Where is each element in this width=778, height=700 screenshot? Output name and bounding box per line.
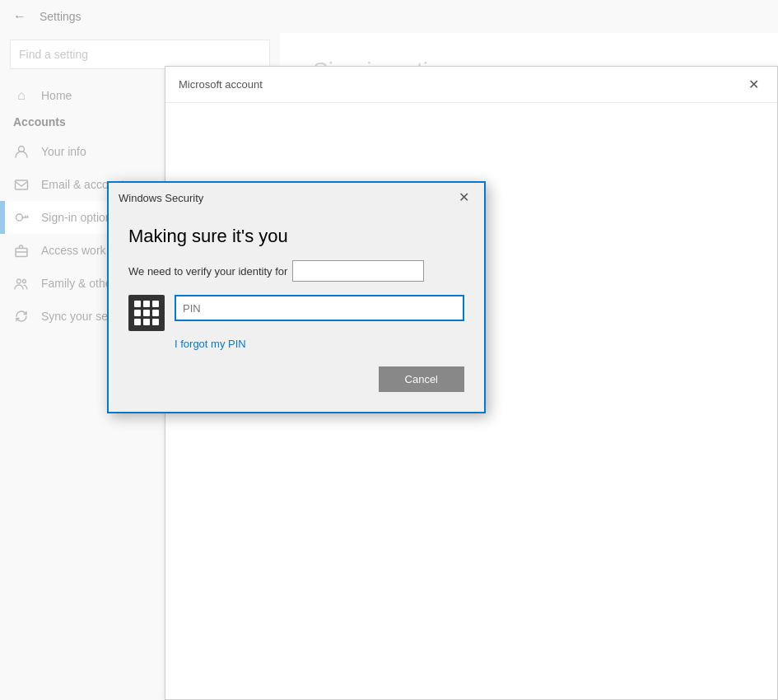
win-security-titlebar: Windows Security ✕ (109, 183, 484, 212)
windows-security-dialog: Windows Security ✕ Making sure it's you … (107, 181, 486, 413)
ms-account-titlebar: Microsoft account ✕ (165, 67, 777, 103)
verify-text: We need to verify your identity for (128, 265, 287, 278)
forgot-pin-link[interactable]: I forgot my PIN (175, 338, 464, 350)
win-security-body: Making sure it's you We need to verify y… (109, 212, 484, 412)
ms-account-title: Microsoft account (179, 78, 263, 91)
pin-input[interactable] (175, 295, 464, 321)
win-security-heading: Making sure it's you (128, 226, 464, 247)
win-security-title: Windows Security (119, 192, 203, 204)
cancel-button[interactable]: Cancel (379, 366, 464, 392)
verify-text-row: We need to verify your identity for (128, 260, 464, 282)
verify-text-input[interactable] (292, 260, 424, 282)
win-security-close-button[interactable]: ✕ (454, 189, 474, 206)
ms-account-close-button[interactable]: ✕ (743, 75, 764, 94)
keypad-icon (128, 295, 165, 331)
pin-row (128, 295, 464, 331)
